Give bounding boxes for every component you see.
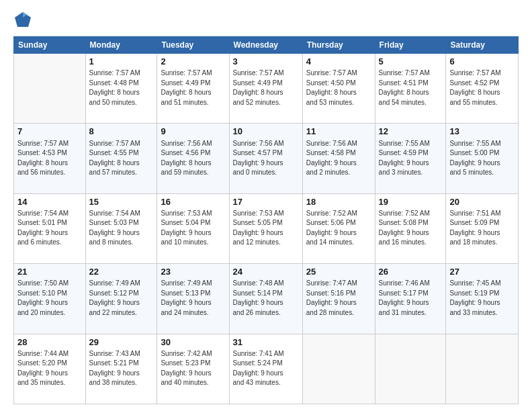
calendar-day-cell: 1Sunrise: 7:57 AM Sunset: 4:48 PM Daylig… (85, 54, 157, 124)
calendar-day-cell: 24Sunrise: 7:48 AM Sunset: 5:14 PM Dayli… (229, 264, 302, 334)
day-info: Sunrise: 7:49 AM Sunset: 5:13 PM Dayligh… (161, 279, 225, 318)
day-number: 9 (161, 126, 225, 138)
calendar-day-cell: 25Sunrise: 7:47 AM Sunset: 5:16 PM Dayli… (302, 264, 375, 334)
calendar-day-cell: 15Sunrise: 7:54 AM Sunset: 5:03 PM Dayli… (85, 193, 157, 263)
calendar-week-row: 14Sunrise: 7:54 AM Sunset: 5:01 PM Dayli… (14, 193, 519, 263)
header (13, 11, 519, 30)
main-container: SundayMondayTuesdayWednesdayThursdayFrid… (0, 0, 532, 411)
day-info: Sunrise: 7:57 AM Sunset: 4:51 PM Dayligh… (379, 68, 443, 107)
day-number: 2 (161, 56, 225, 68)
calendar-day-cell: 14Sunrise: 7:54 AM Sunset: 5:01 PM Dayli… (14, 193, 86, 263)
logo (13, 11, 35, 30)
day-info: Sunrise: 7:57 AM Sunset: 4:49 PM Dayligh… (233, 68, 299, 107)
calendar-day-cell: 13Sunrise: 7:55 AM Sunset: 5:00 PM Dayli… (446, 124, 519, 193)
calendar-day-cell: 20Sunrise: 7:51 AM Sunset: 5:09 PM Dayli… (446, 193, 519, 263)
day-number: 13 (449, 126, 515, 138)
header-row: SundayMondayTuesdayWednesdayThursdayFrid… (14, 37, 519, 54)
calendar-week-row: 1Sunrise: 7:57 AM Sunset: 4:48 PM Daylig… (14, 54, 519, 124)
day-info: Sunrise: 7:46 AM Sunset: 5:17 PM Dayligh… (379, 279, 443, 318)
calendar-day-cell (446, 334, 519, 404)
calendar-week-row: 21Sunrise: 7:50 AM Sunset: 5:10 PM Dayli… (14, 264, 519, 334)
calendar-day-cell (302, 334, 375, 404)
day-number: 7 (17, 126, 82, 138)
calendar-day-cell: 30Sunrise: 7:42 AM Sunset: 5:23 PM Dayli… (157, 334, 229, 404)
calendar-day-cell (14, 54, 86, 124)
day-info: Sunrise: 7:47 AM Sunset: 5:16 PM Dayligh… (306, 279, 371, 318)
day-info: Sunrise: 7:43 AM Sunset: 5:21 PM Dayligh… (89, 349, 154, 388)
day-info: Sunrise: 7:52 AM Sunset: 5:06 PM Dayligh… (306, 209, 371, 248)
day-info: Sunrise: 7:45 AM Sunset: 5:19 PM Dayligh… (449, 279, 515, 318)
day-number: 28 (17, 336, 82, 349)
day-number: 15 (89, 196, 154, 208)
day-info: Sunrise: 7:50 AM Sunset: 5:10 PM Dayligh… (17, 279, 82, 318)
day-info: Sunrise: 7:57 AM Sunset: 4:49 PM Dayligh… (161, 68, 225, 107)
day-info: Sunrise: 7:56 AM Sunset: 4:58 PM Dayligh… (306, 139, 371, 178)
calendar-day-cell: 18Sunrise: 7:52 AM Sunset: 5:06 PM Dayli… (302, 193, 375, 263)
day-info: Sunrise: 7:57 AM Sunset: 4:50 PM Dayligh… (306, 68, 371, 107)
day-number: 24 (233, 266, 299, 278)
day-info: Sunrise: 7:48 AM Sunset: 5:14 PM Dayligh… (233, 279, 299, 318)
day-number: 3 (233, 56, 299, 68)
calendar-day-cell: 19Sunrise: 7:52 AM Sunset: 5:08 PM Dayli… (375, 193, 446, 263)
day-number: 29 (89, 336, 154, 349)
weekday-header: Monday (85, 37, 157, 54)
calendar-day-cell: 2Sunrise: 7:57 AM Sunset: 4:49 PM Daylig… (157, 54, 229, 124)
day-info: Sunrise: 7:53 AM Sunset: 5:05 PM Dayligh… (233, 209, 299, 248)
calendar-day-cell: 23Sunrise: 7:49 AM Sunset: 5:13 PM Dayli… (157, 264, 229, 334)
calendar-day-cell: 5Sunrise: 7:57 AM Sunset: 4:51 PM Daylig… (375, 54, 446, 124)
day-number: 17 (233, 196, 299, 208)
calendar-day-cell: 11Sunrise: 7:56 AM Sunset: 4:58 PM Dayli… (302, 124, 375, 193)
day-info: Sunrise: 7:44 AM Sunset: 5:20 PM Dayligh… (17, 349, 82, 388)
day-number: 6 (449, 56, 515, 68)
day-number: 1 (89, 56, 154, 68)
day-info: Sunrise: 7:57 AM Sunset: 4:53 PM Dayligh… (17, 139, 82, 178)
day-number: 5 (379, 56, 443, 68)
weekday-header: Sunday (14, 37, 86, 54)
day-info: Sunrise: 7:52 AM Sunset: 5:08 PM Dayligh… (379, 209, 443, 248)
day-number: 16 (161, 196, 225, 208)
calendar-day-cell: 17Sunrise: 7:53 AM Sunset: 5:05 PM Dayli… (229, 193, 302, 263)
day-info: Sunrise: 7:41 AM Sunset: 5:24 PM Dayligh… (233, 349, 299, 388)
weekday-header: Friday (375, 37, 446, 54)
calendar-day-cell: 7Sunrise: 7:57 AM Sunset: 4:53 PM Daylig… (14, 124, 86, 193)
day-number: 23 (161, 266, 225, 278)
day-info: Sunrise: 7:54 AM Sunset: 5:03 PM Dayligh… (89, 209, 154, 248)
day-number: 19 (379, 196, 443, 208)
day-number: 12 (379, 126, 443, 138)
day-info: Sunrise: 7:49 AM Sunset: 5:12 PM Dayligh… (89, 279, 154, 318)
calendar-day-cell: 16Sunrise: 7:53 AM Sunset: 5:04 PM Dayli… (157, 193, 229, 263)
day-info: Sunrise: 7:51 AM Sunset: 5:09 PM Dayligh… (449, 209, 515, 248)
day-number: 14 (17, 196, 82, 208)
day-number: 11 (306, 126, 371, 138)
day-info: Sunrise: 7:55 AM Sunset: 4:59 PM Dayligh… (379, 139, 443, 178)
day-number: 21 (17, 266, 82, 278)
weekday-header: Thursday (302, 37, 375, 54)
calendar-day-cell: 9Sunrise: 7:56 AM Sunset: 4:56 PM Daylig… (157, 124, 229, 193)
calendar-day-cell: 12Sunrise: 7:55 AM Sunset: 4:59 PM Dayli… (375, 124, 446, 193)
day-info: Sunrise: 7:57 AM Sunset: 4:48 PM Dayligh… (89, 68, 154, 107)
calendar-week-row: 28Sunrise: 7:44 AM Sunset: 5:20 PM Dayli… (14, 334, 519, 404)
day-number: 10 (233, 126, 299, 138)
day-info: Sunrise: 7:57 AM Sunset: 4:52 PM Dayligh… (449, 68, 515, 107)
day-number: 22 (89, 266, 154, 278)
day-number: 26 (379, 266, 443, 278)
calendar-day-cell: 28Sunrise: 7:44 AM Sunset: 5:20 PM Dayli… (14, 334, 86, 404)
calendar-table: SundayMondayTuesdayWednesdayThursdayFrid… (13, 36, 519, 404)
day-number: 4 (306, 56, 371, 68)
calendar-day-cell: 21Sunrise: 7:50 AM Sunset: 5:10 PM Dayli… (14, 264, 86, 334)
calendar-day-cell: 10Sunrise: 7:56 AM Sunset: 4:57 PM Dayli… (229, 124, 302, 193)
calendar-day-cell: 29Sunrise: 7:43 AM Sunset: 5:21 PM Dayli… (85, 334, 157, 404)
day-info: Sunrise: 7:57 AM Sunset: 4:55 PM Dayligh… (89, 139, 154, 178)
calendar-day-cell: 8Sunrise: 7:57 AM Sunset: 4:55 PM Daylig… (85, 124, 157, 193)
calendar-day-cell: 26Sunrise: 7:46 AM Sunset: 5:17 PM Dayli… (375, 264, 446, 334)
day-number: 27 (449, 266, 515, 278)
day-number: 8 (89, 126, 154, 138)
day-info: Sunrise: 7:42 AM Sunset: 5:23 PM Dayligh… (161, 349, 225, 388)
day-info: Sunrise: 7:56 AM Sunset: 4:57 PM Dayligh… (233, 139, 299, 178)
day-info: Sunrise: 7:54 AM Sunset: 5:01 PM Dayligh… (17, 209, 82, 248)
calendar-day-cell: 4Sunrise: 7:57 AM Sunset: 4:50 PM Daylig… (302, 54, 375, 124)
calendar-day-cell: 6Sunrise: 7:57 AM Sunset: 4:52 PM Daylig… (446, 54, 519, 124)
weekday-header: Saturday (446, 37, 519, 54)
calendar-day-cell: 22Sunrise: 7:49 AM Sunset: 5:12 PM Dayli… (85, 264, 157, 334)
day-info: Sunrise: 7:55 AM Sunset: 5:00 PM Dayligh… (449, 139, 515, 178)
